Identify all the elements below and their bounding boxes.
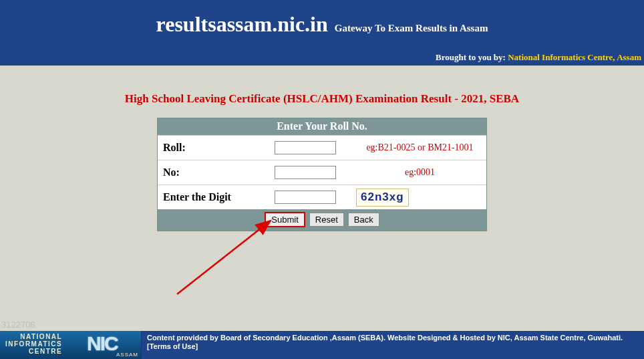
submit-button[interactable]: Submit bbox=[265, 212, 305, 227]
brought-to-you-by: Brought to you by: National Informatics … bbox=[436, 52, 641, 63]
roll-hint: eg:B21-0025 or BM21-1001 bbox=[353, 142, 486, 153]
nic-logo-text: NATIONAL INFORMATICS CENTRE bbox=[5, 333, 62, 355]
header-title-block: resultsassam.nic.in Gateway To Exam Resu… bbox=[0, 0, 644, 37]
roll-form: Enter Your Roll No. Roll: eg:B21-0025 or… bbox=[157, 118, 487, 231]
form-footer: Submit Reset Back bbox=[158, 209, 486, 231]
row-roll: Roll: eg:B21-0025 or BM21-1001 bbox=[158, 135, 486, 160]
footer-content: Content provided by Board of Secondary E… bbox=[147, 334, 623, 342]
reset-button[interactable]: Reset bbox=[309, 213, 344, 227]
roll-label: Roll: bbox=[158, 142, 275, 154]
nic-assam-text: ASSAM bbox=[116, 352, 138, 358]
no-label: No: bbox=[158, 166, 275, 178]
site-header: resultsassam.nic.in Gateway To Exam Resu… bbox=[0, 0, 644, 66]
nic-line3: CENTRE bbox=[29, 348, 62, 355]
nic-assam-link[interactable]: National Informatics Centre, Assam bbox=[508, 52, 641, 62]
page-title: High School Leaving Certificate (HSLC/AH… bbox=[0, 92, 644, 106]
no-hint: eg:0001 bbox=[353, 167, 486, 178]
roll-input-cell bbox=[275, 141, 353, 154]
site-name: resultsassam.nic.in bbox=[156, 12, 328, 36]
site-tagline: Gateway To Exam Results in Assam bbox=[335, 23, 488, 33]
digit-input[interactable] bbox=[275, 191, 336, 204]
row-digit: Enter the Digit 62n3xg bbox=[158, 185, 486, 209]
terms-of-use-link[interactable]: [Terms of Use] bbox=[147, 342, 198, 350]
nic-line1: NATIONAL bbox=[20, 333, 62, 340]
site-footer: NATIONAL INFORMATICS CENTRE NIC ASSAM Co… bbox=[0, 331, 644, 359]
nic-line2: INFORMATICS bbox=[5, 340, 62, 348]
no-input[interactable] bbox=[275, 166, 336, 179]
svg-line-1 bbox=[177, 221, 271, 294]
footer-text: Content provided by Board of Secondary E… bbox=[142, 331, 644, 359]
no-input-cell bbox=[275, 166, 353, 179]
brought-label: Brought to you by: bbox=[436, 52, 508, 62]
form-header: Enter Your Roll No. bbox=[158, 118, 486, 135]
nic-logo: NATIONAL INFORMATICS CENTRE NIC ASSAM bbox=[0, 331, 142, 359]
captcha-cell: 62n3xg bbox=[353, 189, 486, 207]
nic-big-text: NIC bbox=[87, 332, 118, 355]
roll-input[interactable] bbox=[275, 141, 336, 154]
back-button[interactable]: Back bbox=[348, 213, 379, 227]
row-no: No: eg:0001 bbox=[158, 160, 486, 185]
captcha-image: 62n3xg bbox=[356, 189, 409, 207]
digit-input-cell bbox=[275, 191, 353, 204]
digit-label: Enter the Digit bbox=[158, 191, 275, 203]
visitor-counter: 3122708 bbox=[1, 320, 35, 330]
